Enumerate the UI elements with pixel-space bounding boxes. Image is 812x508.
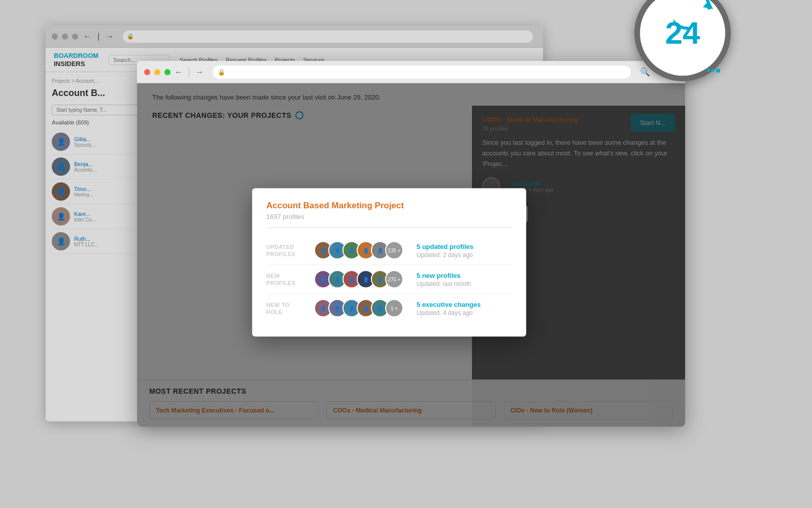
icon-24-outer-circle: 24 [634, 0, 731, 81]
dot-1 [52, 34, 58, 40]
avatar-5: 👤 [52, 232, 70, 250]
updated-link[interactable]: 5 updated profiles [417, 242, 473, 250]
svg-marker-0 [703, 1, 713, 9]
contact-company-3: Herma... [74, 192, 93, 198]
dot-b2 [712, 69, 715, 72]
avatar-2: 👤 [52, 157, 70, 176]
updated-avatars: 👤 👤 👤 👤 👤 135 + [314, 241, 410, 260]
role-time: Updated: 4 days ago [417, 309, 481, 316]
modal-row-role: NEW TOROLE 👤 👤 👤 👤 👤 1 + 5 executive cha… [266, 294, 512, 323]
front-chrome-bar: ← → 🔒 🔍 ⬇ ☰ [137, 61, 685, 83]
contact-name-5: Ruth... [74, 236, 99, 242]
avatar-1: 👤 [52, 133, 70, 151]
dot-yellow [154, 69, 160, 75]
new-avatars: 👤 👤 👤 👤 👤 270 + [314, 270, 410, 289]
dot-3 [72, 34, 78, 40]
front-address-bar[interactable]: 🔒 [213, 66, 631, 79]
contact-name-4: Kare... [74, 211, 96, 217]
icon-24-inner-circle: 24 [640, 0, 725, 76]
modal-project-title[interactable]: Account Based Marketing Project [266, 201, 512, 211]
back-btn: ← [83, 32, 91, 41]
front-browser-window: ← → 🔒 🔍 ⬇ ☰ The following changes have b… [137, 61, 685, 427]
page-body: The following changes have been made sin… [137, 83, 685, 427]
back-available: Available (609) [52, 119, 141, 125]
contact-company-5: NTT LLC... [74, 242, 99, 247]
icon-24-arc [673, 0, 719, 44]
modal-divider [266, 228, 512, 228]
dot-red [144, 69, 150, 75]
contact-item-3: 👤 Timo... Herma... [52, 179, 141, 204]
lock-icon: 🔒 [127, 33, 134, 40]
contact-company-1: Sprouts... [74, 142, 96, 148]
role-badge: 1 + [385, 299, 403, 318]
avatar-3: 👤 [52, 182, 70, 201]
dot-2 [62, 34, 68, 40]
new-badge: 270 + [385, 270, 403, 289]
sep-line: | [97, 32, 99, 41]
fwd-btn: → [106, 32, 114, 41]
back-sidebar: Projects > Account... Account B... Avail… [46, 72, 147, 421]
front-back-btn[interactable]: ← [175, 68, 183, 77]
contact-item-1: 👤 Gillia... Sprouts... [52, 130, 141, 154]
back-breadcrumb: Projects > Account... [52, 78, 141, 84]
contact-item-5: 👤 Ruth... NTT LLC... [52, 229, 141, 254]
back-page-title: Account B... [52, 88, 141, 99]
front-fwd-btn[interactable]: → [195, 68, 204, 77]
modal-card: Account Based Marketing Project 1697 pro… [252, 188, 526, 337]
back-chrome-bar: ← | → 🔒 [46, 25, 543, 48]
updated-label: UPDATEDPROFILES [266, 243, 307, 258]
updated-badge: 135 + [385, 241, 403, 260]
role-link[interactable]: 5 executive changes [417, 300, 481, 308]
role-label: NEW TOROLE [266, 301, 307, 315]
modal-row-new: NEWPROFILES 👤 👤 👤 👤 👤 270 + 5 new profil… [266, 265, 512, 294]
lock-icon-front: 🔒 [218, 69, 225, 76]
dot-b1 [707, 69, 710, 72]
new-time: Updated: last month [417, 280, 471, 287]
contact-name-2: Benja... [74, 161, 96, 167]
contact-company-2: Accento... [74, 167, 96, 173]
modal-row-updated: UPDATEDPROFILES 👤 👤 👤 👤 👤 135 + 5 update… [266, 236, 512, 265]
contact-item-4: 👤 Kare... Intel Co... [52, 204, 141, 229]
contact-name-3: Timo... [74, 186, 93, 192]
icon-24-dots [707, 69, 720, 73]
contact-company-4: Intel Co... [74, 217, 96, 223]
icon-24-container: 24 [634, 0, 731, 81]
role-avatars: 👤 👤 👤 👤 👤 1 + [314, 299, 410, 318]
new-label: NEWPROFILES [266, 272, 307, 287]
dot-b3 [716, 69, 720, 73]
contact-name-1: Gillia... [74, 136, 96, 142]
modal-profile-count: 1697 profiles [266, 213, 512, 220]
avatar-4: 👤 [52, 207, 70, 226]
back-logo: BOARDROOMINSIDERS [54, 52, 98, 68]
updated-time: Updated: 2 days ago [417, 251, 473, 258]
sep-1 [189, 67, 189, 77]
contact-item-2: 👤 Benja... Accento... [52, 154, 141, 179]
back-address-bar: 🔒 [123, 30, 533, 43]
back-search-box[interactable] [52, 105, 141, 115]
dot-green [164, 69, 171, 75]
new-link[interactable]: 5 new profiles [417, 271, 471, 279]
